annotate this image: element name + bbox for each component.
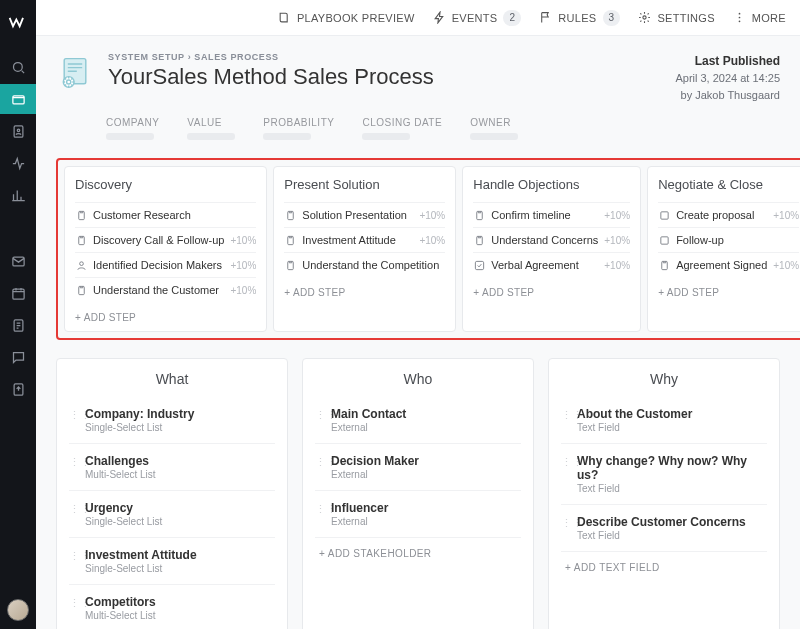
field-item[interactable]: ⋮⋮ChallengesMulti-Select List [69,444,275,491]
events-count-badge: 2 [503,10,521,26]
add-stakeholder-button[interactable]: + ADD STAKEHOLDER [315,538,521,569]
stage-step[interactable]: Agreement Signed+10% [658,252,799,277]
app-logo-icon[interactable] [8,8,28,36]
field-item[interactable]: ⋮⋮Why change? Why now? Why us?Text Field [561,444,767,505]
drag-handle-icon[interactable]: ⋮⋮ [69,503,77,516]
field-item[interactable]: ⋮⋮Describe Customer ConcernsText Field [561,505,767,552]
svg-rect-26 [660,236,667,243]
rail-chart-icon[interactable] [0,180,36,210]
drag-handle-icon[interactable]: ⋮⋮ [315,409,323,422]
events-button[interactable]: EVENTS 2 [433,10,522,26]
stage-step[interactable]: Verbal Agreement+10% [473,252,630,277]
rail-contacts-icon[interactable] [0,116,36,146]
clipboard-icon [284,234,296,246]
stage-step[interactable]: Customer Research [75,202,256,227]
stage-step[interactable]: Follow-up [658,227,799,252]
svg-rect-1 [12,95,23,103]
field-tab-owner[interactable]: OWNER [470,117,518,140]
step-percent: +10% [773,210,799,221]
field-item[interactable]: ⋮⋮InfluencerExternal [315,491,521,538]
add-step-button[interactable]: + ADD STEP [284,277,445,298]
rules-button[interactable]: RULES 3 [539,10,620,26]
step-label: Understand the Customer [93,284,224,296]
clipboard-icon [473,209,485,221]
drag-handle-icon[interactable]: ⋮⋮ [561,517,569,530]
breadcrumb[interactable]: SYSTEM SETUP › SALES PROCESS [108,52,434,62]
field-item[interactable]: ⋮⋮About the CustomerText Field [561,397,767,444]
book-icon [278,11,291,24]
field-tab-company[interactable]: COMPANY [106,117,159,140]
rail-mail-icon[interactable] [0,246,36,276]
step-label: Agreement Signed [676,259,767,271]
field-type: Text Field [577,530,746,541]
step-label: Confirm timeline [491,209,598,221]
svg-rect-25 [660,211,667,218]
stage-column[interactable]: Negotiate & CloseCreate proposal+10%Foll… [647,166,800,332]
step-percent: +10% [419,210,445,221]
field-item[interactable]: ⋮⋮Main ContactExternal [315,397,521,444]
rail-tasks-icon[interactable] [0,310,36,340]
step-label: Verbal Agreement [491,259,598,271]
field-tab-closing-date[interactable]: CLOSING DATE [362,117,442,140]
field-item[interactable]: ⋮⋮UrgencySingle-Select List [69,491,275,538]
step-percent: +10% [604,260,630,271]
add-step-button[interactable]: + ADD STEP [75,302,256,323]
stage-column[interactable]: Present SolutionSolution Presentation+10… [273,166,456,332]
field-item[interactable]: ⋮⋮Investment AttitudeSingle-Select List [69,538,275,585]
step-label: Discovery Call & Follow-up [93,234,224,246]
add-text-field-button[interactable]: + ADD TEXT FIELD [561,552,767,583]
stage-step[interactable]: Create proposal+10% [658,202,799,227]
stage-column[interactable]: DiscoveryCustomer ResearchDiscovery Call… [64,166,267,332]
field-name: Main Contact [331,407,406,421]
add-step-button[interactable]: + ADD STEP [658,277,799,298]
drag-handle-icon[interactable]: ⋮⋮ [69,550,77,563]
more-button[interactable]: MORE [733,11,786,24]
publish-info: Last Published April 3, 2024 at 14:25 by… [675,52,780,103]
playbook-preview-button[interactable]: PLAYBOOK PREVIEW [278,11,415,24]
stage-step[interactable]: Understand the Competition [284,252,445,277]
rail-calendar-icon[interactable] [0,278,36,308]
field-tab-probability[interactable]: PROBABILITY [263,117,334,140]
drag-handle-icon[interactable]: ⋮⋮ [69,409,77,422]
stage-step[interactable]: Understand the Customer+10% [75,277,256,302]
drag-handle-icon[interactable]: ⋮⋮ [315,503,323,516]
stage-step[interactable]: Solution Presentation+10% [284,202,445,227]
field-name: Decision Maker [331,454,419,468]
drag-handle-icon[interactable]: ⋮⋮ [561,409,569,422]
stage-step[interactable]: Understand Concerns+10% [473,227,630,252]
step-percent: +10% [604,210,630,221]
stage-step[interactable]: Identified Decision Makers+10% [75,252,256,277]
drag-handle-icon[interactable]: ⋮⋮ [69,456,77,469]
drag-handle-icon[interactable]: ⋮⋮ [69,597,77,610]
settings-button[interactable]: SETTINGS [638,11,714,24]
stage-step[interactable]: Investment Attitude+10% [284,227,445,252]
rail-export-icon[interactable] [0,374,36,404]
field-item[interactable]: ⋮⋮Decision MakerExternal [315,444,521,491]
step-label: Create proposal [676,209,767,221]
field-name: Influencer [331,501,388,515]
gear-icon [638,11,651,24]
rail-chat-icon[interactable] [0,342,36,372]
field-type: External [331,469,419,480]
field-item[interactable]: ⋮⋮CompetitorsMulti-Select List [69,585,275,629]
stage-title: Present Solution [284,177,445,192]
stage-column[interactable]: Handle ObjectionsConfirm timeline+10%Und… [462,166,641,332]
add-step-button[interactable]: + ADD STEP [473,277,630,298]
field-type: External [331,422,406,433]
svg-point-0 [13,62,22,71]
rail-activity-icon[interactable] [0,148,36,178]
rail-wallet-icon[interactable] [0,84,36,114]
stage-step[interactable]: Discovery Call & Follow-up+10% [75,227,256,252]
svg-point-17 [79,261,83,265]
left-nav-rail [0,0,36,629]
rail-search-icon[interactable] [0,52,36,82]
drag-handle-icon[interactable]: ⋮⋮ [315,456,323,469]
field-item[interactable]: ⋮⋮Company: IndustrySingle-Select List [69,397,275,444]
field-tab-value[interactable]: VALUE [187,117,235,140]
drag-handle-icon[interactable]: ⋮⋮ [561,456,569,469]
user-avatar[interactable] [7,599,29,621]
panel-what: What ⋮⋮Company: IndustrySingle-Select Li… [56,358,288,629]
square-icon [658,209,670,221]
stage-title: Handle Objections [473,177,630,192]
stage-step[interactable]: Confirm timeline+10% [473,202,630,227]
